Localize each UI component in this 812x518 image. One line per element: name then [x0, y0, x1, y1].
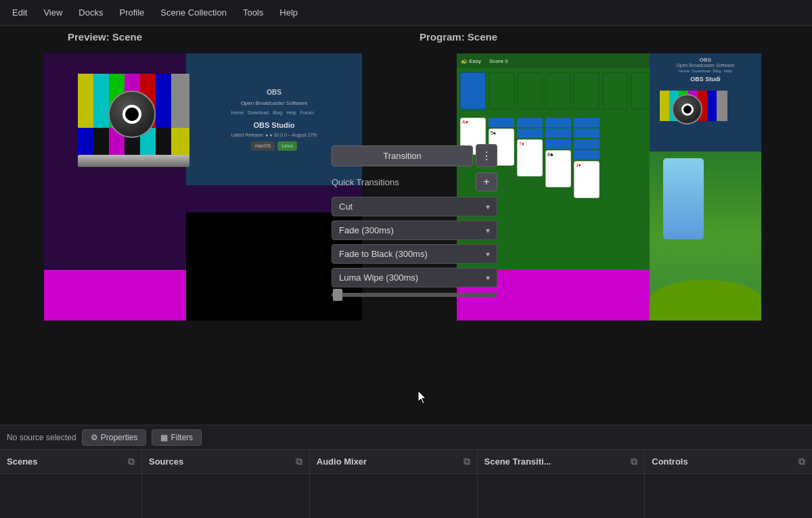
menu-help[interactable]: Help [273, 5, 304, 20]
controls-dock-float-icon[interactable]: ⧉ [798, 456, 805, 467]
preview-area: Preview: Scene OBS Open Broadcaster Soft… [0, 26, 812, 425]
fade-black-transition-label: Fade to Black (300ms) [339, 249, 428, 259]
audio-mixer-dock-title: Audio Mixer [317, 456, 367, 467]
sources-panel: Sources ⧉ [142, 450, 310, 518]
filter-icon: ▦ [160, 433, 168, 442]
menu-view[interactable]: View [37, 5, 69, 20]
source-status: No source selected [7, 433, 76, 442]
scenes-dock-header: Scenes ⧉ [0, 450, 141, 474]
transition-header: Transition ⋮ [332, 144, 497, 167]
quick-transitions-row: Quick Transitions + [332, 171, 497, 193]
svg-rect-6 [156, 74, 171, 128]
add-quick-transition-button[interactable]: + [476, 172, 497, 191]
controls-panel: Controls ⧉ [645, 450, 812, 518]
transition-slider-row [332, 291, 497, 298]
properties-label: Properties [101, 433, 138, 442]
scenes-dock-title: Scenes [7, 456, 38, 467]
audio-mixer-dock-content [310, 474, 477, 518]
fade-chevron-icon: ▾ [486, 226, 490, 235]
sources-dock-float-icon[interactable]: ⧉ [296, 456, 302, 467]
preview-right-label: Program: Scene [406, 26, 497, 47]
dock-panels: Scenes ⧉ Sources ⧉ Audio Mixer ⧉ Scene T… [0, 450, 812, 518]
fade-black-transition-dropdown[interactable]: Fade to Black (300ms) ▾ [332, 244, 497, 264]
svg-rect-16 [660, 91, 669, 121]
preview-left-label: Preview: Scene [0, 26, 142, 47]
controls-dock-content [645, 474, 812, 518]
cut-transition-label: Cut [339, 202, 353, 212]
audio-mixer-panel: Audio Mixer ⧉ [310, 450, 478, 518]
fade-transition-dropdown[interactable]: Fade (300ms) ▾ [332, 220, 497, 240]
svg-rect-1 [78, 74, 93, 128]
svg-rect-22 [717, 91, 727, 121]
transition-button[interactable]: Transition [332, 145, 473, 166]
sources-dock-header: Sources ⧉ [142, 450, 309, 474]
luma-wipe-transition-dropdown[interactable]: Luma Wipe (300ms) ▾ [332, 268, 497, 287]
cut-chevron-icon: ▾ [486, 202, 490, 212]
scene-transitions-dock-header: Scene Transiti... ⧉ [478, 450, 645, 474]
scene-transitions-dock-float-icon[interactable]: ⧉ [631, 456, 637, 467]
svg-rect-2 [93, 74, 109, 128]
filters-button[interactable]: ▦ Filters [152, 429, 202, 446]
svg-rect-7 [171, 74, 189, 128]
scene-transitions-panel: Scene Transiti... ⧉ [478, 450, 646, 518]
sources-dock-title: Sources [149, 456, 183, 467]
filters-label: Filters [171, 433, 193, 442]
bottom-bar: No source selected ⚙ Properties ▦ Filter… [0, 425, 812, 518]
controls-dock-title: Controls [652, 456, 687, 467]
menu-tools[interactable]: Tools [236, 5, 270, 20]
audio-mixer-dock-float-icon[interactable]: ⧉ [464, 456, 470, 467]
svg-marker-23 [418, 391, 426, 404]
transition-slider[interactable] [332, 293, 497, 297]
quick-transitions-label: Quick Transitions [332, 177, 399, 187]
cursor [418, 391, 426, 403]
scenes-dock-float-icon[interactable]: ⧉ [128, 456, 135, 467]
menu-bar: Edit View Docks Profile Scene Collection… [0, 0, 812, 26]
cut-transition-dropdown[interactable]: Cut ▾ [332, 197, 497, 216]
fade-black-chevron-icon: ▾ [486, 250, 490, 259]
transition-slider-thumb [333, 289, 342, 301]
menu-edit[interactable]: Edit [5, 5, 34, 20]
preview-left-canvas[interactable]: OBS Open Broadcaster Software HomeDownlo… [44, 53, 362, 321]
transition-panel: Transition ⋮ Quick Transitions + Cut ▾ F… [332, 144, 497, 298]
luma-wipe-transition-label: Luma Wipe (300ms) [339, 273, 418, 283]
scene-transitions-dock-title: Scene Transiti... [484, 456, 551, 467]
svg-rect-21 [707, 91, 717, 121]
controls-dock-header: Controls ⧉ [645, 450, 812, 474]
menu-docks[interactable]: Docks [72, 5, 110, 20]
sources-dock-content [142, 474, 309, 518]
scenes-panel: Scenes ⧉ [0, 450, 142, 518]
scene-transitions-dock-content [478, 474, 645, 518]
properties-button[interactable]: ⚙ Properties [82, 429, 147, 446]
gear-icon: ⚙ [91, 433, 98, 442]
luma-wipe-chevron-icon: ▾ [486, 273, 490, 283]
preview-right-canvas[interactable]: 🐢 Easy Score 0 0:00 A♥ [457, 53, 761, 321]
audio-mixer-dock-header: Audio Mixer ⧉ [310, 450, 477, 474]
fade-transition-label: Fade (300ms) [339, 225, 394, 235]
source-bar: No source selected ⚙ Properties ▦ Filter… [0, 425, 812, 450]
menu-profile[interactable]: Profile [112, 5, 151, 20]
menu-scene-collection[interactable]: Scene Collection [154, 5, 233, 20]
transition-options-button[interactable]: ⋮ [476, 144, 497, 167]
scenes-dock-content [0, 474, 141, 518]
